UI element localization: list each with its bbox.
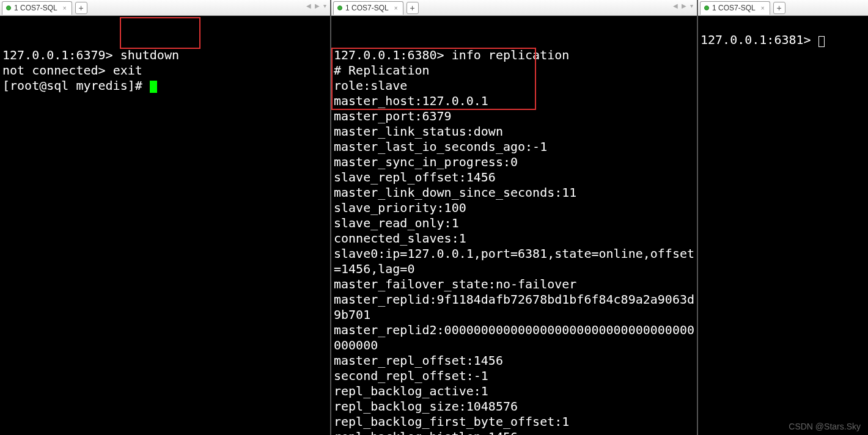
tab-menu-icon[interactable]: ▾ (322, 2, 328, 9)
terminal-line: master_replid2:0000000000000000000000000… (334, 323, 694, 353)
terminal-line: 127.0.0.1:6379> shutdown (2, 48, 179, 62)
terminal-line: master_link_status:down (334, 124, 503, 139)
terminal-body-1[interactable]: 127.0.0.1:6379> shutdown not connected> … (0, 16, 330, 435)
cursor-icon (150, 81, 157, 93)
tab-next-icon[interactable]: ▶ (680, 2, 688, 9)
terminal-body-3[interactable]: 127.0.0.1:6381> (698, 16, 868, 435)
tabbar-1: 1 COS7-SQL × + ◀ ▶ ▾ (0, 0, 330, 16)
tab-prev-icon[interactable]: ◀ (305, 2, 312, 9)
terminal-line: not connected> exit (2, 63, 142, 78)
terminal-pane-2: 1 COS7-SQL × + ◀ ▶ ▾ 127.0.0.1:6380> inf… (331, 0, 698, 435)
tab-3[interactable]: 1 COS7-SQL × (700, 1, 770, 15)
terminal-line: master_last_io_seconds_ago:-1 (334, 139, 547, 154)
cursor-icon (818, 36, 825, 47)
close-icon[interactable]: × (761, 5, 765, 12)
tab-nav: ◀ ▶ ▾ (672, 2, 694, 9)
terminal-line: repl_backlog_size:1048576 (334, 399, 518, 414)
tabbar-3: 1 COS7-SQL × + (698, 0, 868, 16)
tab-nav: ◀ ▶ ▾ (305, 2, 328, 9)
close-icon[interactable]: × (394, 5, 398, 12)
terminal-line: slave_read_only:1 (334, 216, 459, 230)
add-tab-button[interactable]: + (406, 2, 419, 14)
terminal-pane-1: 1 COS7-SQL × + ◀ ▶ ▾ 127.0.0.1:6379> shu… (0, 0, 331, 435)
tab-label: 1 COS7-SQL (14, 4, 57, 12)
highlight-box-1 (120, 17, 200, 49)
terminal-line: master_repl_offset:1456 (334, 353, 503, 368)
add-tab-button[interactable]: + (75, 2, 87, 14)
add-tab-button[interactable]: + (773, 2, 785, 14)
terminal-line: 127.0.0.1:6380> info replication (334, 48, 569, 62)
tab-label: 1 COS7-SQL (345, 4, 389, 12)
terminal-line: repl_backlog_histlen:1456 (334, 430, 518, 435)
terminal-line: master_port:6379 (334, 109, 452, 123)
close-icon[interactable]: × (63, 5, 67, 12)
terminal-line: repl_backlog_active:1 (334, 384, 488, 398)
terminal-line: master_sync_in_progress:0 (334, 155, 518, 169)
tabbar-2: 1 COS7-SQL × + ◀ ▶ ▾ (331, 0, 697, 16)
terminal-pane-3: 1 COS7-SQL × + 127.0.0.1:6381> (698, 0, 868, 435)
tab-menu-icon[interactable]: ▾ (689, 2, 694, 9)
status-dot-icon (337, 5, 342, 10)
terminal-line: slave0:ip=127.0.0.1,port=6381,state=onli… (334, 246, 694, 276)
terminal-line: connected_slaves:1 (334, 231, 466, 246)
terminal-line: slave_priority:100 (334, 200, 466, 215)
terminal-line: master_host:127.0.0.1 (334, 93, 488, 108)
tab-prev-icon[interactable]: ◀ (672, 2, 679, 9)
tab-label: 1 COS7-SQL (712, 4, 756, 12)
tab-next-icon[interactable]: ▶ (314, 2, 321, 9)
terminal-line: repl_backlog_first_byte_offset:1 (334, 414, 569, 429)
terminal-line: slave_repl_offset:1456 (334, 170, 496, 185)
terminal-line: [root@sql myredis]# (2, 78, 157, 93)
tab-2[interactable]: 1 COS7-SQL × (333, 1, 403, 15)
status-dot-icon (704, 5, 709, 10)
terminal-line: master_replid:9f1184dafb72678bd1bf6f84c8… (334, 292, 694, 322)
terminal-line: # Replication (334, 63, 430, 78)
terminal-line: second_repl_offset:-1 (334, 368, 488, 383)
terminal-line: master_link_down_since_seconds:11 (334, 185, 576, 200)
terminal-body-2[interactable]: 127.0.0.1:6380> info replication # Repli… (331, 16, 697, 435)
tab-1[interactable]: 1 COS7-SQL × (2, 1, 72, 15)
terminal-line: master_failover_state:no-failover (334, 277, 576, 291)
terminal-line: role:slave (334, 78, 407, 93)
status-dot-icon (6, 5, 11, 10)
terminal-line: 127.0.0.1:6381> (701, 32, 825, 47)
